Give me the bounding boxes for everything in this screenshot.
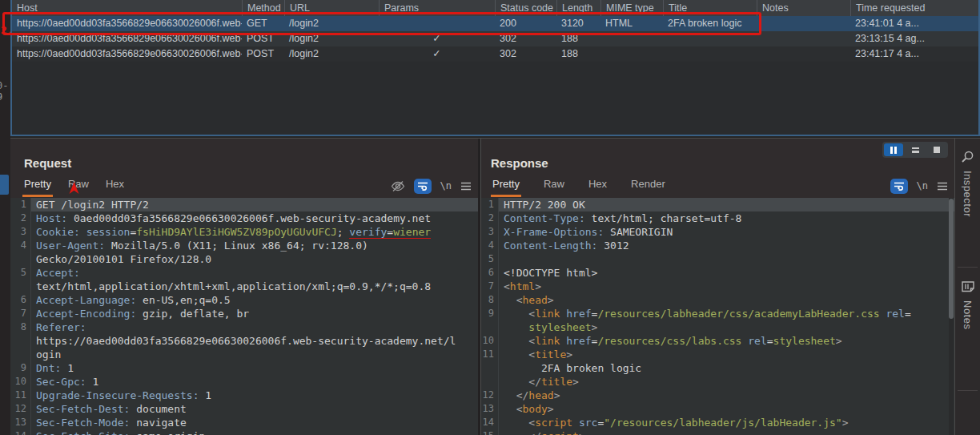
code-line: 1GET /login2 HTTP/2 (10, 198, 478, 211)
response-tab-pretty[interactable]: Pretty (491, 175, 521, 197)
editor-menu-icon[interactable] (460, 182, 472, 191)
code-line: 14Sec-Fetch-Site: same-origin (10, 429, 478, 435)
column-header-title[interactable]: Title (663, 0, 757, 16)
line-number: 4 (481, 239, 499, 252)
line-number: 2 (481, 211, 499, 225)
cell: ✓ (379, 31, 495, 46)
response-panel: Response PrettyRawHexRender \n 1HTTP/2 2… (481, 139, 954, 435)
code-line: 9Dnt: 1 (10, 361, 478, 375)
line-number: 1 (481, 198, 499, 211)
word-wrap-toggle-icon[interactable] (890, 179, 908, 194)
request-title: Request (10, 139, 478, 171)
cell: /login2 (284, 31, 379, 46)
line-number: 7 (10, 307, 31, 320)
code-line: 11 <title> (481, 348, 954, 361)
code-line: https://0aed00dd03fa3566829e06630026006f… (10, 334, 478, 348)
code-line: 12Sec-Fetch-Dest: document (10, 402, 478, 416)
sidebar-tab-inspector[interactable]: Inspector (955, 150, 980, 217)
line-number (10, 348, 31, 361)
response-iconbar: \n (890, 176, 948, 195)
response-tab-raw[interactable]: Raw (542, 175, 566, 197)
nonprintable-toggle-icon[interactable]: \n (917, 180, 928, 191)
cell (757, 46, 850, 62)
response-scrollbar[interactable] (949, 198, 954, 435)
cell (663, 46, 757, 62)
code-line: 10 <link href=/resources/css/labs.css re… (481, 334, 954, 348)
word-wrap-toggle-icon[interactable] (414, 179, 432, 194)
response-tab-hex[interactable]: Hex (587, 175, 608, 197)
line-number: 9 (10, 361, 31, 375)
cell: POST (242, 46, 284, 62)
layout-rows-button[interactable] (906, 143, 925, 156)
cell: https://0aed00dd03fa3566829e06630026006f… (12, 31, 242, 46)
cell (600, 31, 663, 46)
left-strip-text-fragment: 0-9 (0, 80, 10, 103)
line-number: 15 (481, 429, 499, 435)
code-line: 2Host: 0aed00dd03fa3566829e06630026006f.… (10, 211, 478, 225)
line-number: 3 (10, 225, 31, 239)
response-editor[interactable]: 1HTTP/2 200 OK2Content-Type: text/html; … (481, 198, 954, 435)
scrollbar-thumb[interactable] (949, 199, 954, 319)
cell: 302 (495, 31, 556, 46)
request-tabs: PrettyRawHex (22, 175, 126, 197)
line-number: 8 (481, 293, 499, 307)
editor-menu-icon[interactable] (937, 182, 948, 191)
layout-columns-button[interactable] (884, 143, 903, 156)
column-header-status-code[interactable]: Status code∧ (495, 0, 556, 16)
request-editor[interactable]: 1GET /login2 HTTP/22Host: 0aed00dd03fa35… (10, 198, 478, 435)
eye-off-icon[interactable] (391, 180, 405, 192)
table-row[interactable]: https://0aed00dd03fa3566829e06630026006f… (12, 31, 978, 46)
line-number: 3 (481, 225, 499, 239)
code-line: 5Accept: (10, 266, 478, 280)
column-header-notes[interactable]: Notes (757, 0, 850, 16)
table-row[interactable]: https://0aed00dd03fa3566829e06630026006f… (12, 16, 978, 31)
column-header-params[interactable]: Params (379, 0, 495, 16)
sidebar-tab-notes[interactable]: Notes (955, 280, 980, 329)
table-row[interactable]: https://0aed00dd03fa3566829e06630026006f… (12, 46, 978, 62)
column-header-mime-type[interactable]: MIME type (600, 0, 663, 16)
layout-single-button[interactable] (927, 143, 946, 156)
cell: 302 (495, 46, 556, 62)
cell (663, 31, 757, 46)
line-number: 8 (10, 320, 31, 334)
code-line: 4User-Agent: Mozilla/5.0 (X11; Linux x86… (10, 239, 478, 252)
code-line: stylesheet> (481, 320, 954, 334)
sidebar-divider (958, 267, 978, 268)
history-header: HostMethodURLParamsStatus code∧LengthMIM… (12, 0, 978, 16)
code-line: 9 <link href=/resources/labheader/css/ac… (481, 307, 954, 320)
response-tab-render[interactable]: Render (629, 175, 667, 197)
column-header-time-requested[interactable]: Time requested (850, 0, 978, 16)
burp-http-history-screen: 2. 0-9 HostMethodURLParamsStatus code∧Le… (0, 0, 980, 435)
cell: GET (242, 16, 284, 31)
line-number: 4 (10, 239, 31, 252)
request-tab-raw[interactable]: Raw (66, 175, 90, 197)
request-tab-hex[interactable]: Hex (104, 175, 126, 197)
request-tab-pretty[interactable]: Pretty (22, 175, 53, 197)
code-line: 7<html> (481, 280, 954, 293)
line-number (481, 320, 499, 334)
cell: https://0aed00dd03fa3566829e06630026006f… (12, 46, 242, 62)
line-number (481, 375, 499, 389)
line-number: 12 (481, 389, 499, 402)
cell: 188 (556, 31, 600, 46)
code-line: 11Upgrade-Insecure-Requests: 1 (10, 389, 478, 402)
column-header-url[interactable]: URL (284, 0, 379, 16)
line-number: 5 (481, 252, 499, 266)
line-number: 14 (10, 429, 31, 435)
cell: /login2 (284, 46, 379, 62)
cell: 23:13:15 4 ag... (850, 31, 978, 46)
line-number (10, 334, 31, 348)
line-number: 14 (481, 416, 499, 429)
cell (757, 31, 850, 46)
nonprintable-toggle-icon[interactable]: \n (440, 180, 452, 191)
cell: /login2 (284, 16, 379, 31)
code-line: 8 <head> (481, 293, 954, 307)
http-history-table: HostMethodURLParamsStatus code∧LengthMIM… (10, 0, 980, 136)
cell: 2FA broken logic (663, 16, 757, 31)
line-number: 13 (10, 416, 31, 429)
layout-toggle-group (882, 142, 948, 158)
annotation-left-fragment: 2. (1, 24, 10, 36)
column-header-method[interactable]: Method (242, 0, 284, 16)
column-header-length[interactable]: Length (556, 0, 600, 16)
column-header-host[interactable]: Host (12, 0, 242, 16)
